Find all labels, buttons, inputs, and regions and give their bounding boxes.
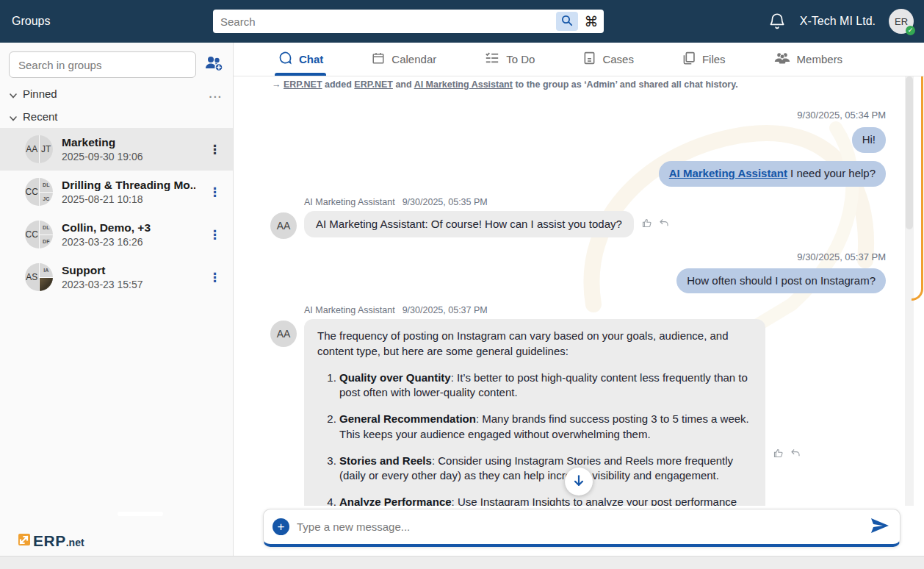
message-timestamp: 9/30/2025, 05:37 PM	[270, 251, 886, 262]
new-message-input[interactable]	[297, 520, 863, 533]
tab-files[interactable]: Files	[682, 43, 726, 76]
system-message-link[interactable]: ERP.NET	[354, 79, 393, 90]
thumbs-up-icon[interactable]	[641, 218, 652, 232]
mention-link[interactable]: AI Marketing Assistant	[669, 167, 787, 179]
arrow-right-icon: →	[272, 79, 281, 90]
sender-name: AI Marketing Assistant	[304, 197, 395, 207]
group-menu-icon[interactable]: ⋮	[204, 227, 225, 243]
group-last-activity: 2025-09-30 19:06	[62, 151, 195, 162]
search-button[interactable]	[556, 12, 578, 31]
system-message-link[interactable]: ERP.NET	[284, 79, 322, 90]
recent-section-header[interactable]: Recent	[0, 105, 233, 128]
chat-panel: → ERP.NET added ERP.NET and AI Marketing…	[234, 76, 924, 506]
global-search: ⌘	[213, 10, 604, 33]
tab-calendar-label: Calendar	[391, 53, 436, 65]
send-button[interactable]	[870, 518, 889, 536]
group-menu-icon[interactable]: ⋮	[204, 185, 225, 200]
todo-icon	[485, 51, 499, 67]
pinned-section-header[interactable]: Pinned ...	[0, 82, 233, 105]
guideline-list: Quality over Quantity: It’s better to po…	[317, 371, 752, 506]
group-last-activity: 2023-03-23 15:57	[62, 279, 195, 290]
header-right: X-Tech MI Ltd. ER ✓	[768, 0, 914, 43]
tab-cases-label: Cases	[602, 53, 634, 65]
system-message-link[interactable]: AI Marketing Assistant	[414, 79, 513, 90]
group-menu-icon[interactable]: ⋮	[204, 142, 225, 157]
chat-scrollbar[interactable]	[905, 76, 914, 506]
tab-todo[interactable]: To Do	[485, 43, 535, 76]
message-header: AI Marketing Assistant9/30/2025, 05:37 P…	[304, 305, 886, 315]
reply-icon[interactable]	[790, 448, 801, 462]
online-status-badge: ✓	[906, 26, 915, 35]
group-avatar: AS IA	[25, 263, 53, 291]
erpnet-logo-icon	[18, 533, 33, 549]
company-name: X-Tech MI Ltd.	[800, 15, 876, 28]
avatar-segment: IA	[40, 263, 54, 278]
erpnet-logo-suffix: .net	[66, 537, 84, 548]
members-icon	[774, 51, 790, 67]
list-item: Quality over Quantity: It’s better to po…	[339, 371, 752, 401]
calendar-icon	[372, 51, 385, 67]
sender-avatar: AA	[270, 212, 297, 239]
user-avatar[interactable]: ER ✓	[889, 9, 914, 34]
group-item-support[interactable]: AS IA Support 2023-03-23 15:57 ⋮	[0, 256, 233, 298]
tab-members-label: Members	[797, 53, 843, 65]
thumbs-up-icon[interactable]	[773, 448, 784, 462]
files-icon	[682, 51, 696, 67]
notifications-bell-icon[interactable]	[768, 12, 787, 31]
avatar-segment: DL	[40, 221, 54, 235]
command-icon: ⌘	[585, 13, 599, 30]
message-reactions	[773, 448, 801, 462]
outgoing-message-bubble: Hi!	[852, 127, 886, 153]
groups-search-input[interactable]	[9, 51, 196, 78]
group-name: Marketing	[62, 136, 195, 149]
group-avatar: AA JT	[25, 135, 53, 163]
sender-avatar: AA	[270, 321, 297, 347]
group-item-drilling[interactable]: CC DLJC Drilling & Threading Mo... 2025-…	[0, 171, 233, 213]
erpnet-logo-text: ERP	[33, 532, 66, 550]
reply-icon[interactable]	[658, 218, 670, 232]
tab-chat[interactable]: Chat	[278, 43, 323, 76]
tab-members[interactable]: Members	[774, 43, 843, 76]
incoming-message-bubble: AI Marketing Assistant: Of course! How c…	[304, 211, 634, 238]
arrow-down-icon	[571, 473, 586, 490]
avatar-segment: CC	[25, 178, 40, 206]
global-search-input[interactable]	[213, 15, 556, 28]
pinned-more-button[interactable]: ...	[209, 87, 223, 100]
avatar-segment: AA	[25, 135, 40, 163]
tab-calendar[interactable]: Calendar	[372, 43, 436, 76]
group-tabs: Chat Calendar To Do Cases Files	[234, 43, 924, 76]
group-item-collin-demo[interactable]: CC DLDF Collin, Demo, +3 2023-03-23 16:2…	[0, 213, 233, 256]
command-shortcut-button[interactable]: ⌘	[580, 12, 602, 31]
sender-name: AI Marketing Assistant	[304, 305, 395, 315]
group-name: Support	[62, 264, 195, 277]
tab-cases[interactable]: Cases	[583, 43, 634, 76]
message-timestamp: 9/30/2025, 05:37 PM	[403, 305, 488, 315]
add-group-icon[interactable]	[203, 54, 224, 76]
user-avatar-initials: ER	[895, 16, 908, 27]
outgoing-message-bubble: How often should I post on Instagram?	[676, 268, 886, 294]
scroll-to-bottom-button[interactable]	[565, 468, 593, 495]
search-icon	[561, 15, 573, 29]
chat-scrollbar-thumb[interactable]	[906, 76, 913, 229]
list-item: Stories and Reels: Consider using Instag…	[339, 454, 752, 484]
attach-plus-button[interactable]: +	[272, 518, 289, 535]
recent-label: Recent	[23, 110, 58, 123]
chevron-down-icon	[9, 90, 18, 99]
outgoing-message-bubble: AI Marketing Assistant I need your help?	[659, 161, 886, 187]
group-avatar: CC DLJC	[25, 178, 53, 206]
chevron-down-icon	[9, 112, 18, 121]
group-item-marketing[interactable]: AA JT Marketing 2025-09-30 19:06 ⋮	[0, 128, 233, 171]
avatar-segment: AS	[25, 263, 40, 291]
avatar-segment: CC	[25, 221, 40, 248]
group-menu-icon[interactable]: ⋮	[204, 270, 225, 285]
send-icon	[870, 518, 889, 536]
system-message: → ERP.NET added ERP.NET and AI Marketing…	[270, 79, 886, 90]
cases-icon	[583, 51, 596, 67]
message-intro: The frequency of posting on Instagram ca…	[317, 329, 752, 359]
group-name: Collin, Demo, +3	[62, 221, 195, 235]
sidebar-scroll-thumb[interactable]	[118, 512, 163, 516]
message-stream[interactable]: → ERP.NET added ERP.NET and AI Marketing…	[234, 76, 924, 506]
group-last-activity: 2025-08-21 10:18	[62, 193, 195, 205]
avatar-segment: JC	[40, 193, 54, 207]
avatar-segment: JT	[40, 135, 54, 163]
